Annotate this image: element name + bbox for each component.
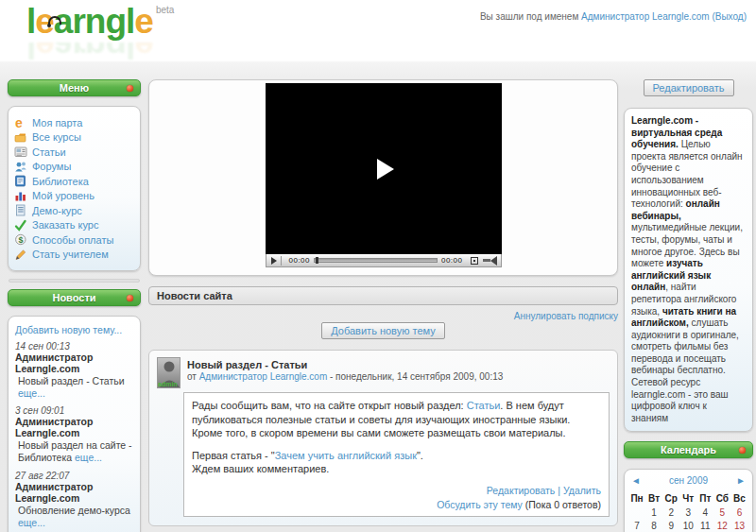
unsubscribe-link[interactable]: Аннулировать подписку bbox=[514, 311, 618, 321]
post-article-link[interactable]: Зачем учить английский язык bbox=[275, 450, 417, 461]
calendar-day[interactable]: 9 bbox=[662, 519, 679, 532]
news-item-text: Новый раздел на сайте - Библиотека еще..… bbox=[15, 439, 133, 464]
video-panel: 00:00 00:00 bbox=[148, 79, 618, 276]
edit-button[interactable]: Редактировать bbox=[644, 79, 734, 96]
post-body: Рады сообщить вам, что на сайте открыт н… bbox=[183, 392, 610, 517]
news-header: Новости bbox=[8, 289, 141, 306]
menu-item-library[interactable]: Библиотека bbox=[14, 174, 134, 189]
post-inline-link[interactable]: Статьи bbox=[467, 400, 501, 411]
collapse-dot-icon[interactable] bbox=[739, 447, 746, 454]
calendar-day-header: Вт bbox=[645, 491, 662, 506]
news-more-link[interactable]: еще... bbox=[18, 387, 45, 399]
post-discuss-link[interactable]: Обсудить эту тему bbox=[437, 499, 523, 510]
fullscreen-icon[interactable] bbox=[471, 257, 478, 265]
post-actions: Редактировать | Удалить bbox=[192, 485, 601, 498]
news-more-link[interactable]: еще... bbox=[75, 452, 102, 463]
menu-item-order-course[interactable]: Заказать курс bbox=[14, 218, 134, 233]
login-prefix-label: Вы зашли под именем bbox=[480, 11, 578, 22]
add-topic-button[interactable]: Добавить новую тему bbox=[321, 322, 445, 339]
news-add-topic-link[interactable]: Добавить новую тему... bbox=[15, 324, 133, 335]
menu-header-label: Меню bbox=[60, 82, 89, 94]
play-overlay-icon[interactable] bbox=[377, 159, 394, 180]
menu-item-label: Мой уровень bbox=[32, 190, 94, 201]
calendar-day-header: Ср bbox=[662, 491, 679, 506]
avatar[interactable]: admin bbox=[157, 357, 180, 388]
logo-text: learngle bbox=[26, 24, 153, 35]
controls-divider bbox=[281, 256, 282, 266]
calendar-day[interactable]: 2 bbox=[662, 506, 679, 519]
menu-item-articles[interactable]: Статьи bbox=[14, 145, 134, 160]
menu-item-label: Статьи bbox=[32, 146, 66, 158]
calendar-body: 1234567891011121314151617181920212223242… bbox=[628, 506, 748, 532]
sidebar-divider bbox=[9, 279, 140, 283]
video-play-button[interactable] bbox=[271, 257, 277, 265]
news-item-date: 3 сен 09:01 bbox=[15, 405, 133, 416]
logo[interactable]: learnglebeta learngle bbox=[26, 4, 174, 39]
logout-link[interactable]: (Выход) bbox=[712, 11, 747, 22]
post-meta: Новый раздел - Статьи от Администратор L… bbox=[187, 357, 503, 388]
post-edit-link[interactable]: Редактировать bbox=[487, 485, 556, 496]
calendar-day[interactable]: 12 bbox=[713, 519, 730, 532]
post-delete-link[interactable]: Удалить bbox=[563, 485, 601, 496]
news-more-link[interactable]: еще... bbox=[18, 517, 45, 528]
order-icon bbox=[14, 219, 28, 232]
calendar-day[interactable]: 11 bbox=[696, 519, 713, 532]
calendar-prev-button[interactable]: ◄ bbox=[631, 475, 641, 486]
menu-item-all-courses[interactable]: Все курсы bbox=[14, 130, 134, 146]
volume-icon[interactable] bbox=[482, 256, 497, 266]
calendar-day[interactable]: 5 bbox=[713, 506, 730, 519]
news-item-date: 14 сен 00:13 bbox=[15, 341, 133, 352]
calendar-nav: ◄ сен 2009 ► bbox=[628, 475, 748, 491]
news-item-author: Администратор Learngle.com bbox=[15, 481, 133, 504]
calendar-next-button[interactable]: ► bbox=[736, 475, 746, 486]
video-progress-thumb[interactable] bbox=[316, 257, 318, 264]
menu-item-label: Форумы bbox=[32, 161, 71, 172]
calendar-day[interactable]: 6 bbox=[730, 506, 747, 519]
login-status: Вы зашли под именем Администратор Learng… bbox=[480, 11, 747, 22]
menu-item-label: Библиотека bbox=[32, 176, 89, 187]
collapse-dot-icon[interactable] bbox=[127, 295, 133, 301]
post-author-link[interactable]: Администратор Learngle.com bbox=[199, 371, 328, 382]
calendar-day[interactable]: 1 bbox=[645, 506, 662, 519]
news-item-author: Администратор Learngle.com bbox=[15, 416, 133, 438]
calendar-day[interactable]: 13 bbox=[730, 519, 747, 532]
calendar-day-header: Пн bbox=[628, 491, 645, 506]
right-sidebar: Редактировать Learngle.com - виртуальная… bbox=[624, 79, 753, 532]
news-item-text: Обновление демо-курса еще... bbox=[15, 505, 133, 529]
menu-item-demo-course[interactable]: Демо-курс bbox=[14, 203, 134, 218]
calendar-header-label: Календарь bbox=[661, 444, 716, 455]
desk-icon: e bbox=[14, 116, 28, 129]
menu-item-become-teacher[interactable]: Стать учителем bbox=[14, 248, 134, 263]
menu-panel: eМоя партаВсе курсыСтатьиФорумыБиблиотек… bbox=[8, 106, 141, 271]
library-icon bbox=[14, 175, 28, 187]
page: learnglebeta learngle Вы зашли под имене… bbox=[0, 0, 756, 532]
news-header-label: Новости bbox=[52, 292, 95, 303]
calendar-day[interactable]: 7 bbox=[628, 519, 645, 532]
payment-icon: $ bbox=[14, 233, 28, 246]
collapse-dot-icon[interactable] bbox=[127, 85, 133, 92]
demo-icon bbox=[14, 204, 28, 216]
menu-item-label: Заказать курс bbox=[32, 219, 99, 231]
menu-item-my-level[interactable]: Мой уровень bbox=[14, 189, 134, 204]
current-user-link[interactable]: Администратор Learngle.com bbox=[581, 11, 710, 22]
menu-item-forums[interactable]: Форумы bbox=[14, 160, 134, 175]
svg-text:e: e bbox=[15, 116, 23, 129]
calendar-day[interactable]: 10 bbox=[679, 519, 696, 532]
menu-item-payment-methods[interactable]: $Способы оплаты bbox=[14, 232, 134, 248]
forum-post: admin Новый раздел - Статьи от Администр… bbox=[148, 350, 618, 526]
svg-text:$: $ bbox=[18, 235, 23, 245]
calendar-day[interactable]: 8 bbox=[645, 519, 662, 532]
video-progress-bar[interactable] bbox=[314, 258, 438, 263]
calendar-day-header: Вс bbox=[730, 491, 747, 506]
content: Меню eМоя партаВсе курсыСтатьиФорумыБибл… bbox=[0, 60, 756, 532]
news-item: 14 сен 00:13Администратор Learngle.comНо… bbox=[15, 341, 133, 400]
calendar-day-header: Пт bbox=[696, 491, 713, 506]
menu-item-label: Моя парта bbox=[32, 117, 82, 129]
site-header: learnglebeta learngle Вы зашли под имене… bbox=[0, 0, 756, 60]
menu-item-my-desk[interactable]: eМоя парта bbox=[14, 115, 134, 130]
calendar-day[interactable]: 3 bbox=[679, 506, 696, 519]
headset-icon bbox=[48, 16, 61, 25]
calendar-day[interactable]: 4 bbox=[696, 506, 713, 519]
post-head: admin Новый раздел - Статьи от Администр… bbox=[157, 357, 610, 388]
video-screen[interactable] bbox=[266, 83, 502, 254]
